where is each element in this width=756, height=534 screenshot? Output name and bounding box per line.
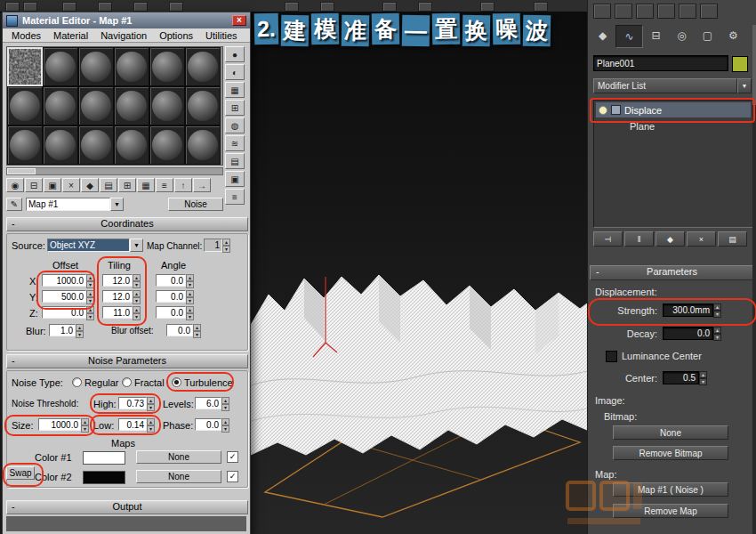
radio-icon[interactable] [122, 377, 132, 387]
panel-scrollbar[interactable] [752, 25, 756, 534]
strength-field[interactable]: 300.0mm ▴▾ [663, 303, 721, 317]
phase-field[interactable]: 0.0 ▴▾ [195, 418, 229, 431]
pick-material-icon[interactable]: ✎ [6, 198, 22, 211]
material-sample-slot[interactable] [114, 125, 149, 165]
main-toolbar-icon[interactable] [480, 2, 495, 12]
levels-field[interactable]: 6.0 ▴▾ [195, 397, 229, 409]
spinner[interactable]: ▴▾ [86, 274, 94, 287]
tab-hierarchy[interactable]: ⊟ [643, 25, 669, 46]
radio-icon[interactable] [172, 377, 181, 387]
material-map-navigator-icon[interactable]: ≡ [225, 189, 245, 205]
material-sample-slot[interactable] [43, 125, 78, 165]
menu-material[interactable]: Material [48, 29, 93, 42]
material-sample-slot[interactable] [149, 47, 185, 86]
spinner[interactable]: ▴▾ [713, 327, 721, 340]
coordinates-rollout-header[interactable]: - Coordinates [6, 217, 248, 231]
material-sample-slot[interactable] [185, 125, 221, 165]
make-preview-icon[interactable]: ≋ [225, 135, 245, 151]
chevron-down-icon[interactable]: ▼ [737, 78, 752, 93]
center-field[interactable]: 0.5 ▴▾ [663, 371, 707, 384]
material-sample-slot[interactable] [185, 47, 221, 86]
tab-utilities[interactable]: ⚙ [720, 25, 746, 46]
spinner[interactable]: ▴▾ [221, 397, 229, 409]
main-toolbar-icon[interactable] [133, 2, 148, 12]
backlight-icon[interactable]: ◐ [225, 64, 245, 80]
configure-modifier-sets-icon[interactable]: ▤ [718, 231, 747, 247]
x-tiling-field[interactable]: 12.0 ▴▾ [102, 274, 141, 287]
main-toolbar-icon[interactable] [679, 4, 696, 19]
stack-item-plane[interactable]: Plane [594, 119, 752, 134]
remove-map-button[interactable]: Remove Map [613, 504, 728, 518]
show-map-in-viewport-icon[interactable]: ▦ [137, 178, 155, 192]
bulb-icon[interactable] [599, 106, 607, 115]
object-color-swatch[interactable] [732, 56, 748, 72]
remove-bitmap-button[interactable]: Remove Bitmap [613, 446, 728, 460]
go-to-sibling-icon[interactable]: → [193, 178, 211, 192]
material-sample-slot-active[interactable] [7, 47, 43, 86]
high-field[interactable]: 0.73 ▴▾ [118, 397, 155, 409]
spinner[interactable]: ▴▾ [147, 397, 155, 409]
z-tiling-field[interactable]: 11.0 ▴▾ [102, 306, 141, 319]
main-toolbar-icon[interactable] [418, 2, 432, 12]
color2-swatch[interactable] [83, 471, 125, 484]
spinner[interactable]: ▴▾ [76, 324, 84, 336]
main-toolbar-icon[interactable] [593, 4, 611, 19]
chevron-down-icon[interactable]: ▼ [130, 239, 143, 252]
map-button[interactable]: Map #1 ( Noise ) [613, 482, 728, 497]
tab-motion[interactable]: ◎ [669, 25, 695, 46]
material-editor-titlebar[interactable]: Material Editor - Map #1 × [3, 12, 250, 28]
show-end-result-icon[interactable]: ≡ [156, 178, 173, 192]
slot-scrollbar[interactable] [6, 167, 223, 175]
map-channel-field[interactable]: 1 ▴▾ [204, 239, 230, 252]
material-sample-slot[interactable] [7, 86, 43, 125]
menu-options[interactable]: Options [154, 29, 198, 42]
remove-modifier-icon[interactable]: × [687, 231, 716, 247]
main-toolbar-icon[interactable] [5, 2, 20, 12]
main-toolbar-icon[interactable] [615, 4, 632, 19]
spinner[interactable]: ▴▾ [186, 290, 194, 303]
material-sample-slot[interactable] [114, 47, 149, 86]
go-to-parent-icon[interactable]: ↑ [174, 178, 192, 192]
output-rollout-header[interactable]: - Output [6, 500, 248, 514]
blur-field[interactable]: 1.0 ▴▾ [49, 324, 84, 336]
select-by-material-icon[interactable]: ▣ [225, 171, 245, 187]
radio-turbulence[interactable]: Turbulence [172, 377, 233, 388]
map-name-dropdown[interactable]: Map #1 ▼ [26, 198, 124, 211]
z-offset-field[interactable]: 0.0 ▴▾ [42, 306, 94, 319]
material-sample-slot[interactable] [43, 86, 78, 125]
menu-navigation[interactable]: Navigation [95, 29, 152, 42]
spinner[interactable]: ▴▾ [81, 418, 89, 431]
pin-stack-icon[interactable]: ⊣ [593, 231, 623, 247]
main-toolbar-icon[interactable] [534, 2, 548, 12]
tab-display[interactable]: ▢ [695, 25, 720, 46]
get-material-icon[interactable]: ◉ [6, 178, 24, 192]
radio-icon[interactable] [72, 377, 82, 387]
spinner[interactable]: ▴▾ [221, 418, 229, 431]
menu-modes[interactable]: Modes [6, 29, 46, 42]
viewport[interactable] [249, 12, 587, 534]
color1-swatch[interactable] [83, 451, 125, 465]
spinner[interactable]: ▴▾ [222, 239, 230, 252]
spinner[interactable]: ▴▾ [133, 306, 141, 319]
luminance-center-checkbox[interactable] [606, 351, 617, 362]
chevron-down-icon[interactable]: ▼ [110, 198, 124, 211]
x-offset-field[interactable]: 1000.0 ▴▾ [42, 274, 94, 287]
y-angle-field[interactable]: 0.0 ▴▾ [156, 290, 194, 303]
panel-scroll-thumb[interactable] [752, 25, 756, 105]
make-unique-icon[interactable]: ◆ [81, 178, 99, 192]
color2-map-button[interactable]: None [136, 470, 221, 483]
material-sample-slot[interactable] [185, 86, 221, 125]
x-angle-field[interactable]: 0.0 ▴▾ [156, 274, 194, 287]
sample-uv-tiling-icon[interactable]: ⊞ [225, 100, 245, 116]
material-sample-slot[interactable] [149, 86, 185, 125]
spinner[interactable]: ▴▾ [86, 306, 94, 319]
main-toolbar-icon[interactable] [169, 2, 183, 12]
show-end-result-icon[interactable]: ‖ [624, 231, 654, 247]
background-icon[interactable]: ▦ [225, 82, 245, 98]
close-icon[interactable]: × [232, 15, 246, 26]
spinner[interactable]: ▴▾ [147, 418, 155, 431]
bitmap-button[interactable]: None [613, 425, 728, 440]
y-tiling-field[interactable]: 12.0 ▴▾ [102, 290, 141, 303]
decay-field[interactable]: 0.0 ▴▾ [663, 327, 721, 340]
put-to-library-icon[interactable]: ▤ [100, 178, 117, 192]
